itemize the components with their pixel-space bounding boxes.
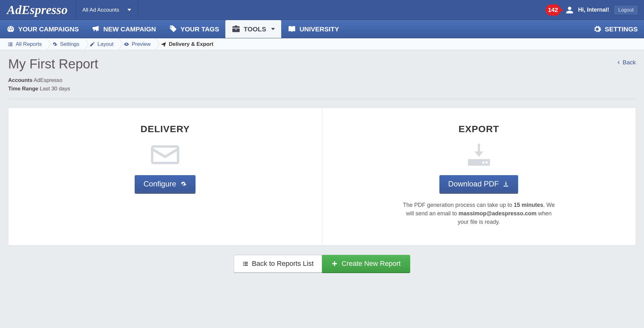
gear-icon bbox=[593, 25, 602, 34]
notification-count: 142 bbox=[548, 7, 558, 13]
account-dropdown-label: All Ad Accounts bbox=[82, 7, 119, 13]
plus-icon bbox=[331, 261, 338, 267]
megaphone-icon bbox=[91, 25, 100, 34]
export-panel: EXPORT Download PDF The PDF generation p… bbox=[322, 108, 636, 245]
page-title: My First Report bbox=[8, 56, 98, 72]
content-area: My First Report Back Accounts AdEspresso… bbox=[0, 50, 644, 282]
nav-your-campaigns[interactable]: YOUR CAMPAIGNS bbox=[0, 20, 85, 38]
logo[interactable]: AdEspresso bbox=[4, 3, 76, 17]
back-to-reports-button[interactable]: Back to Reports List bbox=[234, 255, 322, 272]
download-pdf-button-label: Download PDF bbox=[448, 180, 499, 188]
list-icon bbox=[8, 41, 13, 47]
list-icon bbox=[242, 261, 249, 267]
create-new-report-label: Create New Report bbox=[341, 260, 400, 268]
breadcrumb: All Reports Settings Layout Preview Deli… bbox=[0, 38, 644, 50]
back-link[interactable]: Back bbox=[616, 56, 636, 66]
breadcrumb-label: Preview bbox=[132, 41, 151, 47]
briefcase-icon bbox=[232, 25, 240, 34]
report-meta: Accounts AdEspresso Time Range Last 30 d… bbox=[8, 76, 636, 93]
tags-icon bbox=[169, 25, 177, 34]
breadcrumb-label: Layout bbox=[98, 41, 114, 47]
nav-label: SETTINGS bbox=[605, 25, 638, 33]
panels: DELIVERY Configure EXPORT Download PDF T… bbox=[8, 108, 636, 245]
breadcrumb-settings[interactable]: Settings bbox=[47, 38, 85, 50]
nav-label: UNIVERSITY bbox=[299, 25, 339, 33]
nav-label: TOOLS bbox=[244, 25, 266, 33]
create-new-report-button[interactable]: Create New Report bbox=[322, 255, 410, 272]
main-nav: YOUR CAMPAIGNS NEW CAMPAIGN YOUR TAGS TO… bbox=[0, 20, 644, 38]
breadcrumb-label: All Reports bbox=[16, 41, 42, 47]
configure-button[interactable]: Configure bbox=[135, 175, 196, 193]
envelope-icon bbox=[151, 144, 179, 166]
gear-icon bbox=[180, 180, 187, 187]
book-icon bbox=[287, 25, 296, 34]
gear-icon bbox=[52, 41, 57, 47]
account-dropdown[interactable]: All Ad Accounts bbox=[76, 0, 138, 20]
download-icon bbox=[465, 144, 493, 166]
nav-label: YOUR TAGS bbox=[180, 25, 219, 33]
chevron-down-icon bbox=[127, 9, 131, 11]
nav-tools[interactable]: TOOLS bbox=[225, 20, 281, 38]
logout-button[interactable]: Logout bbox=[614, 5, 638, 15]
top-bar: AdEspresso All Ad Accounts 142 Hi, Inter… bbox=[0, 0, 644, 20]
download-pdf-button[interactable]: Download PDF bbox=[439, 175, 518, 193]
breadcrumb-delivery-export[interactable]: Delivery & Export bbox=[156, 38, 219, 50]
chevron-left-icon bbox=[616, 60, 621, 65]
export-heading: EXPORT bbox=[335, 124, 623, 134]
user-icon[interactable] bbox=[566, 6, 574, 14]
pencil-icon bbox=[89, 41, 95, 47]
greeting-text: Hi, Internal! bbox=[578, 7, 609, 13]
export-note: The PDF generation process can take up t… bbox=[400, 201, 557, 226]
configure-button-label: Configure bbox=[143, 180, 176, 188]
nav-university[interactable]: UNIVERSITY bbox=[281, 20, 345, 38]
delivery-panel: DELIVERY Configure bbox=[8, 108, 322, 245]
accounts-label: Accounts bbox=[8, 77, 32, 83]
back-link-label: Back bbox=[623, 59, 636, 66]
chevron-down-icon bbox=[271, 28, 275, 30]
download-icon bbox=[502, 180, 509, 187]
nav-settings[interactable]: SETTINGS bbox=[587, 20, 644, 38]
back-to-reports-label: Back to Reports List bbox=[252, 260, 314, 268]
delivery-heading: DELIVERY bbox=[21, 124, 309, 134]
dashboard-icon bbox=[6, 25, 15, 34]
nav-your-tags[interactable]: YOUR TAGS bbox=[162, 20, 225, 38]
footer-buttons: Back to Reports List Create New Report bbox=[8, 255, 636, 272]
time-range-value: Last 30 days bbox=[40, 86, 70, 92]
breadcrumb-layout[interactable]: Layout bbox=[85, 38, 119, 50]
eye-icon bbox=[124, 41, 129, 47]
nav-label: YOUR CAMPAIGNS bbox=[18, 25, 79, 33]
breadcrumb-preview[interactable]: Preview bbox=[119, 38, 156, 50]
nav-label: NEW CAMPAIGN bbox=[103, 25, 156, 33]
accounts-value: AdEspresso bbox=[34, 77, 62, 83]
breadcrumb-label: Delivery & Export bbox=[169, 41, 213, 47]
paper-plane-icon bbox=[161, 41, 166, 47]
breadcrumb-label: Settings bbox=[60, 41, 79, 47]
breadcrumb-all-reports[interactable]: All Reports bbox=[3, 38, 47, 50]
time-range-label: Time Range bbox=[8, 86, 38, 92]
notification-badge[interactable]: 142 bbox=[545, 4, 561, 16]
nav-new-campaign[interactable]: NEW CAMPAIGN bbox=[85, 20, 162, 38]
